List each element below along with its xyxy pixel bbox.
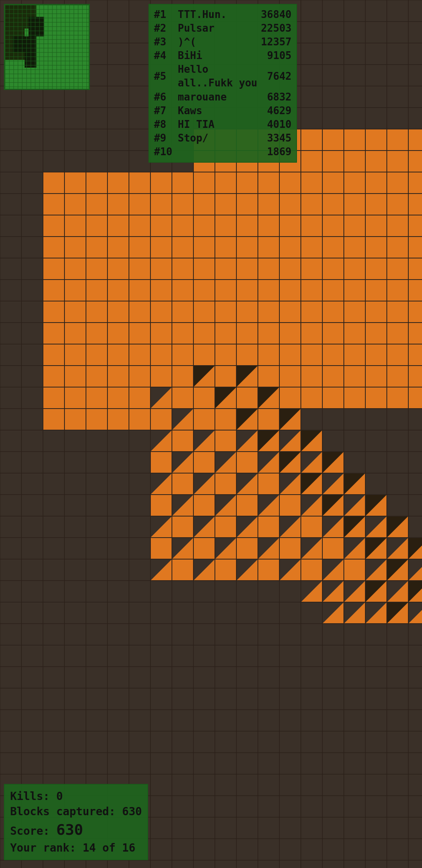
lb-rank: #6 [154, 90, 175, 104]
minimap-canvas [5, 5, 89, 89]
lb-name: Hello all..Fukk you [175, 63, 260, 90]
score-value: 630 [56, 821, 83, 838]
leaderboard-row: #6 marouane 6832 [154, 90, 291, 104]
kills-stat: Kills: 0 [10, 789, 142, 804]
leaderboard-row: #9 Stop/ 3345 [154, 131, 291, 145]
leaderboard-row: #7 Kaws 4629 [154, 104, 291, 118]
lb-rank: #8 [154, 118, 175, 131]
lb-score: 36840 [260, 8, 291, 22]
lb-score: 4010 [260, 118, 291, 131]
game-container: #1 TTT.Hun. 36840 #2 Pulsar 22503 #3 )^(… [0, 0, 422, 868]
score-stat: Score: 630 [10, 820, 142, 840]
lb-score: 22503 [260, 22, 291, 35]
minimap [4, 4, 90, 90]
blocks-stat: Blocks captured: 630 [10, 804, 142, 819]
lb-name: BiHi [175, 49, 260, 63]
lb-rank: #3 [154, 35, 175, 49]
lb-score: 7642 [260, 70, 291, 83]
leaderboard-row: #5 Hello all..Fukk you 7642 [154, 63, 291, 90]
lb-score: 4629 [260, 104, 291, 118]
leaderboard-row: #8 HI TIA 4010 [154, 118, 291, 131]
lb-rank: #9 [154, 131, 175, 145]
rank-stat: Your rank: 14 of 16 [10, 840, 142, 855]
lb-rank: #4 [154, 49, 175, 63]
lb-rank: #2 [154, 22, 175, 35]
leaderboard-panel: #1 TTT.Hun. 36840 #2 Pulsar 22503 #3 )^(… [148, 4, 297, 163]
lb-name: marouane [175, 90, 260, 104]
lb-rank: #10 [154, 145, 175, 159]
lb-name: Pulsar [175, 22, 260, 35]
lb-rank: #7 [154, 104, 175, 118]
lb-score: 1869 [260, 145, 291, 159]
lb-name: )^( [175, 35, 260, 49]
leaderboard-row: #10 1869 [154, 145, 291, 159]
stats-panel: Kills: 0 Blocks captured: 630 Score: 630… [4, 784, 148, 860]
lb-name: HI TIA [175, 118, 260, 131]
leaderboard-row: #1 TTT.Hun. 36840 [154, 8, 291, 22]
lb-rank: #1 [154, 8, 175, 22]
score-label: Score: [10, 825, 50, 838]
lb-name: Kaws [175, 104, 260, 118]
leaderboard-row: #2 Pulsar 22503 [154, 22, 291, 35]
leaderboard-row: #3 )^( 12357 [154, 35, 291, 49]
minimap-inner [5, 5, 89, 89]
lb-score: 3345 [260, 131, 291, 145]
lb-name: TTT.Hun. [175, 8, 260, 22]
lb-name: Stop/ [175, 131, 260, 145]
lb-score: 6832 [260, 90, 291, 104]
lb-rank: #5 [154, 70, 175, 83]
lb-score: 12357 [260, 35, 291, 49]
lb-score: 9105 [260, 49, 291, 63]
leaderboard-row: #4 BiHi 9105 [154, 49, 291, 63]
